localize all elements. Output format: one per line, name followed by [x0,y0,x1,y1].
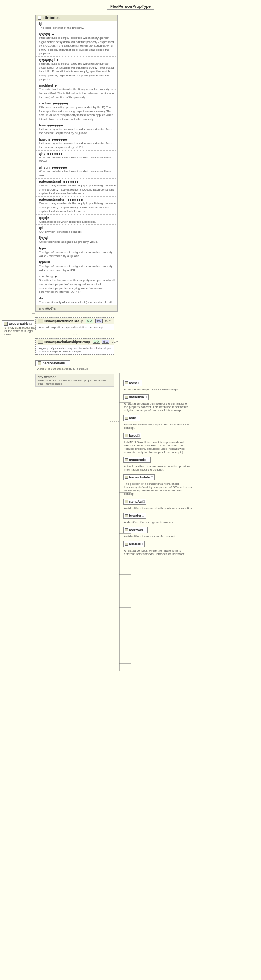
attr-howuri-name: howuri [39,138,50,142]
attr-id-desc: The local identifier of the property. [39,26,116,30]
collapse-icon[interactable]: − [38,16,42,20]
accountable-label: accountable [9,322,29,326]
attr-qcode-desc: A qualified code which identifies a conc… [39,220,116,224]
right-name-icon [125,382,128,385]
attr-whyuri-name: whyuri [39,165,50,169]
right-hierarchyinfo-square: □ [151,476,153,479]
person-details-square: □ [66,361,68,365]
attr-why-desc: Why the metadata has been included - exp… [39,156,116,164]
attr-pubconstrainturi-name: pubconstrainturi [39,198,66,201]
right-related-item: related □ [123,541,192,547]
attr-pubconstraint: pubconstraint ◆◆◆◆◆◆◆ One or many constr… [36,179,117,197]
right-related-desc: A related concept: where the relationshi… [124,549,192,556]
concept-rel-icon: ···· [38,340,43,344]
right-facet-icon [125,434,128,437]
right-note-desc: Additional natural language information … [124,423,192,430]
attr-id: id The local identifier of the property. [36,21,117,31]
right-facet-label: facet [129,434,137,438]
right-narrower-desc: An identifier of a more specific concept… [124,535,192,538]
right-hierarchyinfo-item: hierarchyInfo □ [123,474,192,480]
attr-modified-name: modified [39,84,53,87]
attr-pubconstrainturi-indicator: ◆◆◆◆◆◆◆ [67,198,83,201]
attr-custom-indicator: ◆◆◆◆◆◆◆ [53,102,68,105]
right-sameas-item: sameAs □ [123,499,192,504]
concept-def-rel-icon: ⊕⊙ [95,319,102,323]
right-name-box: name □ [123,380,142,386]
right-narrower-square: □ [144,528,146,532]
attr-uri-desc: A URI which identifies a concept. [39,230,116,234]
attr-creator-desc: If the attribute is empty, specifies whi… [39,36,116,56]
concept-rel-connector-icon: ⊕⊙ [93,340,100,344]
right-definition-label: definition [129,395,144,399]
right-definition-square: □ [145,395,147,399]
attr-howuri: howuri ◆◆◆◆◆◆◆ Indicates by which means … [36,137,117,151]
attr-why: why ◆◆◆◆◆◆◆ Why the metadata has been in… [36,151,117,165]
right-remoteinfo-label: remoteInfo [129,458,146,462]
right-narrower-box: narrower □ [123,527,148,533]
attr-how: how ◆◆◆◆◆◆◆ Indicates by which means the… [36,123,117,137]
right-sameas-label: sameAs [129,500,142,503]
attr-literal-desc: A free-text value assigned as property v… [39,240,116,244]
concept-rel-header: ···· ConceptRelationshipsGroup ⊕⊙ ⊕⊙ 0..… [36,339,114,345]
accountable-icon [4,322,8,326]
attr-xmllang: xml:lang ◆ Specifies the language of thi… [36,273,117,295]
accountable-indicator: □ [30,322,32,326]
right-name-desc: A natural language name for the concept. [124,388,192,391]
right-broader-desc: A identifier of a more generic concept [124,520,192,524]
right-name-label: name [129,381,138,385]
right-sameas-icon [125,500,128,503]
attr-custom-name: custom [39,102,51,105]
attr-how-desc: Indicates by which means the value was e… [39,127,116,135]
concept-def-cardinality: 0...∞ [105,319,111,323]
right-facet-square: □ [138,434,139,438]
right-hierarchyinfo-icon [125,476,128,479]
right-note-box: note □ [123,415,140,421]
attributes-label: attributes [43,16,60,20]
attr-creatoruri: creatoruri ◆ If the attribute is empty, … [36,57,117,83]
concept-rel-name: ConceptRelationshipsGroup [45,340,90,344]
right-hierarchyinfo-box: hierarchyInfo □ [123,474,155,480]
attr-creatoruri-desc: If the attribute is empty, specifies whi… [39,62,116,81]
concept-def-icon: ···· [38,319,43,323]
right-remoteinfo-box: remoteInfo □ [123,457,151,463]
diagram-title: FlexPersonPropType [107,3,154,10]
attr-typeuri: typeuri The type of the concept assigned… [36,259,117,273]
attr-typeuri-name: typeuri [39,260,50,264]
concept-definition-group-box: ···· ConceptDefinitionGroup ⊕⊙ ⊕⊙ 0...∞ … [35,317,114,330]
right-broader-item: broader □ [123,513,192,519]
right-broader-icon [125,514,128,517]
attr-why-name: why [39,152,46,156]
person-details-section: personDetails □ [35,360,114,366]
attr-howuri-desc: Indicates by which means the value was e… [39,142,116,150]
right-broader-label: broader [129,514,141,518]
concept-rel-cardinality: 0...∞ [112,340,118,344]
right-broader-box: broader □ [123,513,146,519]
attr-literal: literal A free-text value assigned as pr… [36,235,117,245]
right-hierarchyinfo-label: hierarchyInfo [129,476,150,479]
right-definition-desc: A natural language definition of the sem… [124,402,192,412]
person-details-desc: A set of properties specific to a person [37,367,114,370]
concept-def-desc: A set of properties required to define t… [36,325,114,330]
right-note-icon [125,417,128,420]
right-name-square: □ [139,381,140,385]
attr-why-indicator: ◆◆◆◆◆◆◆ [47,152,63,156]
right-related-icon [125,542,128,546]
attr-howuri-indicator: ◆◆◆◆◆◆◆ [51,138,67,142]
attr-type: type The type of the concept assigned as… [36,245,117,259]
attr-modified-desc: The date (and, optionally, the time) whe… [39,88,116,99]
concept-def-name: ConceptDefinitionGroup [45,319,84,323]
attr-custom: custom ◆◆◆◆◆◆◆ If the corresponding prop… [36,100,117,123]
concept-rel-desc: A group of properties required to indica… [36,345,114,354]
right-remoteinfo-icon [125,458,128,461]
right-related-box: related □ [123,541,144,547]
attr-pubconstrainturi-desc: One or many constraints that apply to pu… [39,202,116,213]
attr-typeuri-desc: The type of the concept assigned as cont… [39,264,116,272]
person-details-box: personDetails □ [35,360,70,366]
attr-creator-name: creator [39,32,50,36]
right-definition-box: definition □ [123,394,149,400]
right-note-label: note [129,416,136,420]
attr-whyuri-indicator: ◆◆◆◆◆◆◆ [51,166,67,169]
attr-whyuri-desc: Why the metadata has been included - exp… [39,170,116,178]
right-related-label: related [129,542,140,546]
right-remoteinfo-item: remoteInfo □ [123,457,192,463]
